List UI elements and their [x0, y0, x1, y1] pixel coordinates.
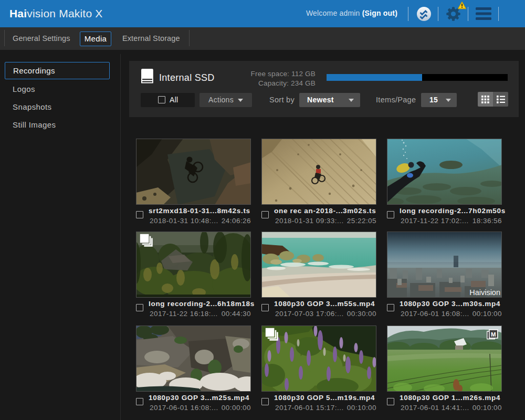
svg-text:Haivision: Haivision [469, 288, 500, 297]
svg-text:M: M [491, 331, 496, 338]
